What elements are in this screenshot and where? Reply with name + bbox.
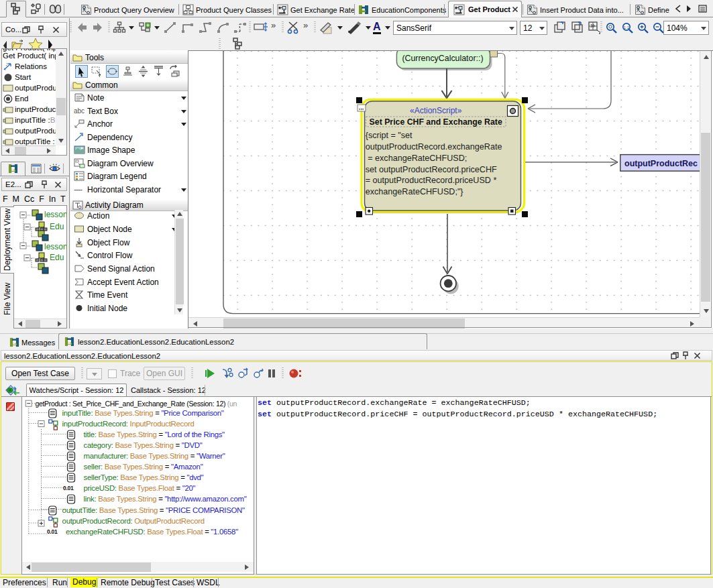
svg-text:= exchangeRateCHFUSD;: = exchangeRateCHFUSD; xyxy=(366,154,468,163)
svg-text:lesson2: lesson2 xyxy=(44,242,66,251)
svg-text:outputProductRecord.exchangeRa: outputProductRecord.exchangeRate xyxy=(366,142,502,152)
svg-text:lesson: lesson xyxy=(44,210,66,219)
svg-text:outputProductRec: outputProductRec xyxy=(624,159,698,168)
svg-text:exchangeRateCHFUSD;"}: exchangeRateCHFUSD;"} xyxy=(366,187,463,196)
svg-text:(CurrencyCalculator::): (CurrencyCalculator::) xyxy=(402,54,483,63)
svg-text:manufacturer: Base Types.Strin: manufacturer: Base Types.String = "Warne… xyxy=(84,452,225,460)
svg-text:2: 2 xyxy=(68,339,71,345)
svg-text:= outputProductRecord.priceUSD: = outputProductRecord.priceUSD * xyxy=(366,176,497,185)
svg-text:priceUSD: Base Types.Float = ": priceUSD: Base Types.Float = "20" xyxy=(84,484,196,492)
svg-text:Edu: Edu xyxy=(50,222,64,231)
svg-text:outputTitle: Base Types.String: outputTitle: Base Types.String = "PRICE … xyxy=(62,506,245,514)
svg-text:set outputProductRecord.priceC: set outputProductRecord.priceCHF xyxy=(366,165,497,174)
svg-text:1:1: 1:1 xyxy=(624,25,630,30)
svg-text:category: Base Types.String =: category: Base Types.String = "DVD" xyxy=(84,441,203,449)
svg-text:title: Base Types.String = "Lo: title: Base Types.String = "Lord of the … xyxy=(84,430,225,438)
svg-text:exchangeRateCHFUSD: Base Types: exchangeRateCHFUSD: Base Types.Float = "… xyxy=(66,528,238,536)
svg-text:2: 2 xyxy=(13,339,16,346)
svg-text:«ActionScript»: «ActionScript» xyxy=(410,106,462,115)
svg-text:sellerType: Base Types.String: sellerType: Base Types.String = "dvd" xyxy=(84,473,204,481)
svg-text:inputProductRecord: InputProdu: inputProductRecord: InputProductRecord xyxy=(62,420,195,428)
svg-text:0.01: 0.01 xyxy=(63,485,74,491)
svg-text:outputProductRecord: OutputPro: outputProductRecord: OutputProductRecord xyxy=(62,517,205,525)
svg-text:Edu: Edu xyxy=(50,253,64,262)
svg-text:inputTitle: Base Types.String: inputTitle: Base Types.String = "Price C… xyxy=(62,409,224,417)
svg-text:getProduct : Set_Price_CHF_and: getProduct : Set_Price_CHF_and_Exchange_… xyxy=(35,400,237,408)
svg-text:link: Base Types.String = "htt: link: Base Types.String = "http://www.am… xyxy=(84,495,247,503)
svg-text:seller: Base Types.String = "A: seller: Base Types.String = "Amazon" xyxy=(84,463,203,471)
svg-text:2: 2 xyxy=(11,166,15,172)
svg-text:0.01: 0.01 xyxy=(47,528,58,535)
svg-text:{script = "set: {script = "set xyxy=(366,131,413,140)
svg-text:Set Price CHF and Exchange Rat: Set Price CHF and Exchange Rate xyxy=(370,117,502,127)
